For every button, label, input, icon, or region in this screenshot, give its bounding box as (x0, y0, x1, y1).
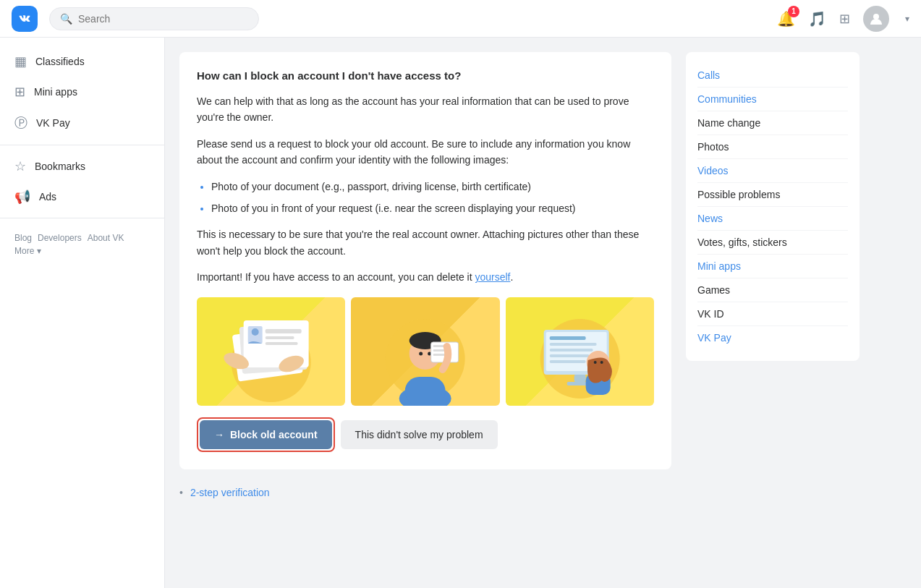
article-p4-prefix: Important! If you have access to an acco… (197, 271, 475, 283)
article-title: How can I block an account I don't have … (197, 69, 654, 82)
problem-not-solved-button[interactable]: This didn't solve my problem (341, 420, 498, 449)
sidebar-item-mini-apps-label: Mini apps (34, 86, 77, 98)
sidebar-divider (0, 145, 164, 145)
search-icon: 🔍 (60, 13, 72, 25)
bullet-1: Photo of your document (e.g., passport, … (211, 179, 654, 195)
music-icon: 🎵 (808, 11, 826, 27)
right-sidebar-games[interactable]: Games (697, 278, 848, 302)
sidebar-footer: Blog Developers About VK More ▾ (0, 224, 164, 265)
avatar-dropdown-arrow[interactable]: ▾ (905, 14, 909, 24)
more-label: More (14, 246, 34, 256)
sidebar-item-bookmarks[interactable]: ☆ Bookmarks (0, 151, 164, 182)
right-sidebar-news[interactable]: News (697, 207, 848, 231)
article-p4-suffix: . (510, 271, 513, 283)
right-sidebar-votes-gifts[interactable]: Votes, gifts, stickers (697, 231, 848, 255)
sidebar: ▦ Classifieds ⊞ Mini apps Ⓟ VK Pay ☆ Boo… (0, 38, 165, 588)
bullet-dot: • (179, 487, 183, 498)
article-area: How can I block an account I don't have … (179, 52, 671, 574)
article-paragraph-1: We can help with that as long as the acc… (197, 93, 654, 126)
yourself-link[interactable]: yourself (475, 271, 510, 283)
right-sidebar: Calls Communities Name change Photos Vid… (686, 52, 860, 574)
notification-bell-button[interactable]: 🔔 1 (777, 10, 795, 27)
arrow-icon: → (214, 429, 224, 440)
classifieds-icon: ▦ (14, 54, 27, 69)
gallery-screen-image (506, 297, 654, 406)
related-link-row: • 2-step verification (179, 481, 671, 504)
sidebar-footer-links: Blog Developers About VK More ▾ (14, 233, 150, 256)
right-sidebar-card: Calls Communities Name change Photos Vid… (686, 52, 860, 361)
sidebar-item-classifieds-label: Classifieds (35, 56, 85, 67)
bullet-2: Photo of you in front of your request (i… (211, 200, 654, 216)
developers-link[interactable]: Developers (38, 233, 82, 243)
right-sidebar-communities[interactable]: Communities (697, 88, 848, 111)
two-step-verification-link[interactable]: 2-step verification (190, 487, 270, 498)
svg-point-9 (252, 328, 259, 336)
avatar[interactable] (863, 6, 889, 32)
right-sidebar-vk-id[interactable]: VK ID (697, 302, 848, 326)
svg-rect-6 (266, 336, 294, 339)
vk-pay-icon: Ⓟ (14, 114, 27, 132)
problem-button-label: This didn't solve my problem (355, 429, 483, 440)
block-old-account-button[interactable]: → Block old account (200, 420, 332, 449)
more-dropdown[interactable]: More ▾ (14, 246, 41, 256)
svg-rect-5 (266, 329, 302, 333)
right-sidebar-mini-apps[interactable]: Mini apps (697, 255, 848, 278)
article-bullets: Photo of your document (e.g., passport, … (211, 179, 654, 217)
notification-badge: 1 (788, 6, 799, 17)
sidebar-item-classifieds[interactable]: ▦ Classifieds (0, 46, 164, 77)
svg-rect-29 (549, 354, 589, 357)
about-vk-link[interactable]: About VK (88, 233, 124, 243)
mini-apps-icon: ⊞ (14, 84, 25, 100)
right-sidebar-videos[interactable]: Videos (697, 159, 848, 183)
svg-rect-28 (549, 349, 593, 351)
svg-point-0 (873, 14, 879, 20)
svg-rect-14 (405, 377, 446, 406)
article-card: How can I block an account I don't have … (179, 52, 671, 469)
main-content: How can I block an account I don't have … (165, 38, 921, 588)
sidebar-item-mini-apps[interactable]: ⊞ Mini apps (0, 77, 164, 107)
topbar-right: 🔔 1 🎵 ⊞ ▾ (777, 6, 909, 32)
article-paragraph-3: This is necessary to be sure that you're… (197, 226, 654, 259)
svg-rect-26 (549, 336, 585, 340)
svg-rect-30 (549, 360, 585, 363)
search-input[interactable] (78, 13, 248, 25)
gallery-selfie-image (351, 297, 499, 406)
block-button-label: Block old account (230, 429, 318, 440)
svg-point-17 (419, 351, 423, 355)
sidebar-item-ads[interactable]: 📢 Ads (0, 182, 164, 212)
svg-point-35 (593, 361, 596, 364)
gallery-passport-image (197, 297, 345, 406)
topbar: 🔍 🔔 1 🎵 ⊞ ▾ (0, 0, 921, 38)
blog-link[interactable]: Blog (14, 233, 32, 243)
grid-apps-button[interactable]: ⊞ (839, 11, 850, 27)
block-button-wrapper: → Block old account (197, 417, 335, 452)
article-paragraph-4: Important! If you have access to an acco… (197, 269, 654, 285)
sidebar-divider-2 (0, 218, 164, 218)
sidebar-item-vk-pay[interactable]: Ⓟ VK Pay (0, 107, 164, 139)
right-sidebar-name-change[interactable]: Name change (697, 111, 848, 135)
bookmarks-icon: ☆ (14, 158, 26, 174)
svg-rect-7 (266, 342, 298, 345)
sidebar-item-vk-pay-label: VK Pay (36, 117, 70, 129)
right-sidebar-vk-pay[interactable]: VK Pay (697, 326, 848, 349)
svg-rect-31 (574, 375, 585, 382)
image-gallery (197, 297, 654, 406)
right-sidebar-photos[interactable]: Photos (697, 135, 848, 159)
svg-point-36 (600, 361, 603, 364)
music-button[interactable]: 🎵 (808, 10, 826, 27)
vk-logo[interactable] (12, 6, 38, 32)
more-chevron-icon: ▾ (37, 246, 41, 256)
svg-rect-27 (549, 343, 596, 346)
sidebar-item-bookmarks-label: Bookmarks (35, 161, 85, 172)
article-paragraph-2: Please send us a request to block your o… (197, 136, 654, 169)
layout: ▦ Classifieds ⊞ Mini apps Ⓟ VK Pay ☆ Boo… (0, 0, 921, 588)
ads-icon: 📢 (14, 189, 30, 205)
button-row: → Block old account This didn't solve my… (197, 417, 654, 452)
search-bar[interactable]: 🔍 (49, 7, 259, 30)
article-body: We can help with that as long as the acc… (197, 93, 654, 286)
right-sidebar-calls[interactable]: Calls (697, 64, 848, 88)
sidebar-item-ads-label: Ads (39, 191, 56, 203)
right-sidebar-possible-problems[interactable]: Possible problems (697, 183, 848, 207)
